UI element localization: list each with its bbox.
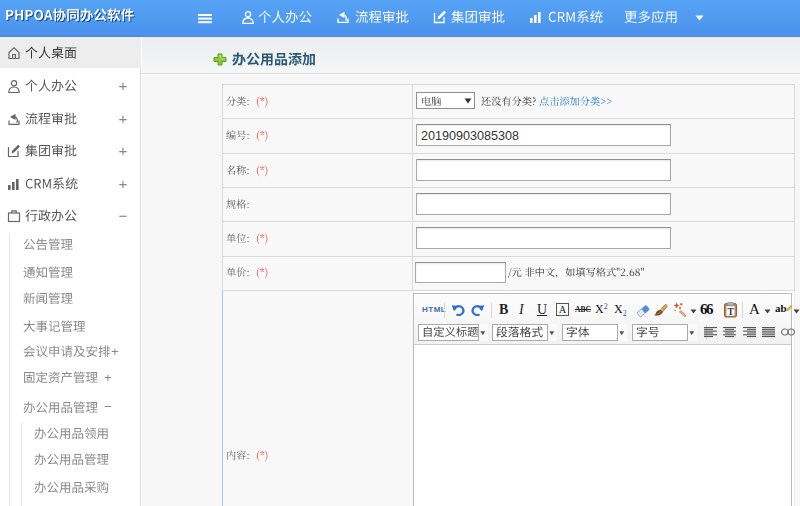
- svg-text:T: T: [727, 307, 734, 317]
